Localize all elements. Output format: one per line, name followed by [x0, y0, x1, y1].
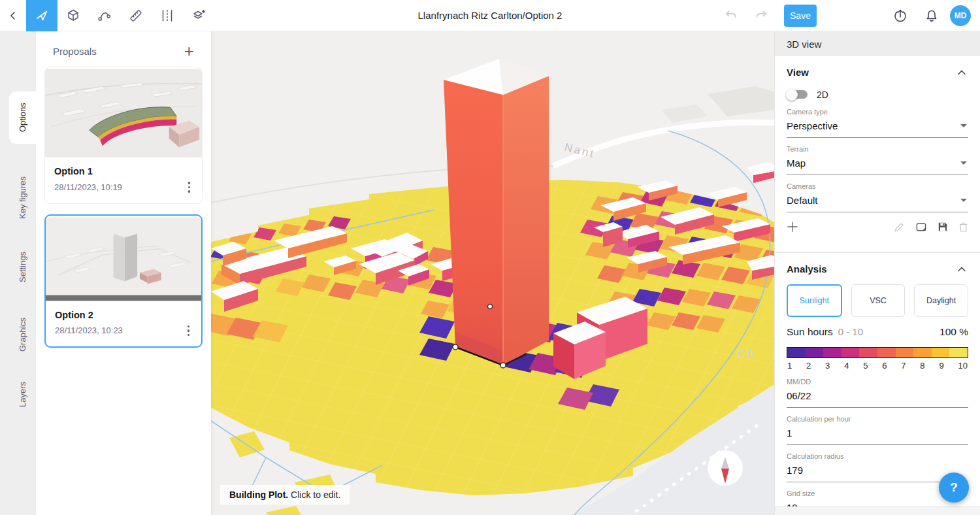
share-icon[interactable]	[885, 0, 916, 31]
top-toolbar: Llanfrynach Ritz Carlton/Option 2 Save M…	[0, 0, 980, 31]
color-scale-bar	[787, 347, 968, 358]
redo-icon[interactable]	[746, 0, 776, 31]
sun-hours-percent: 100 %	[939, 326, 968, 338]
status-bar[interactable]: Building Plot. Click to edit.	[220, 485, 350, 505]
date-field[interactable]	[787, 386, 968, 408]
save-button[interactable]: Save	[784, 5, 817, 27]
chevron-down-icon	[960, 199, 967, 202]
proposal-thumbnail-1	[45, 67, 202, 159]
sidebar-tab-options[interactable]: Options	[9, 91, 36, 144]
compass-icon[interactable]	[708, 450, 743, 486]
duplicate-camera-icon[interactable]	[915, 222, 927, 233]
add-proposal-button[interactable]: +	[182, 44, 197, 58]
cameras-select[interactable]: Default	[787, 190, 968, 212]
2d-toggle-label: 2D	[817, 90, 828, 100]
sidebar-tab-layers[interactable]: Layers	[9, 375, 36, 413]
status-bar-title: Building Plot.	[229, 490, 288, 500]
calc-per-hour-field[interactable]	[787, 423, 968, 445]
calc-radius-label: Calculation radius	[787, 452, 968, 460]
chevron-down-icon	[960, 124, 967, 127]
collapse-view-icon[interactable]	[955, 67, 968, 78]
camera-type-label: Camera type	[787, 108, 968, 116]
delete-camera-icon[interactable]	[958, 222, 968, 233]
terrain-select[interactable]: Map	[787, 153, 968, 175]
color-scale-ticks: 12 34 56 78 910	[787, 361, 968, 371]
spline-tool-icon[interactable]	[89, 0, 120, 31]
view-section: View 2D Camera type Perspective Terrain …	[775, 56, 980, 243]
help-button[interactable]: ?	[939, 473, 969, 503]
app-window: Llanfrynach Ritz Carlton/Option 2 Save M…	[0, 0, 980, 515]
collapse-analysis-icon[interactable]	[955, 264, 968, 274]
save-camera-icon[interactable]	[938, 222, 948, 233]
topbar-right-group: Save MD	[716, 0, 980, 31]
date-field-label: MM/DD	[787, 378, 968, 386]
proposals-panel: Proposals + Opt	[36, 31, 211, 515]
box-tool-icon[interactable]	[57, 0, 89, 31]
section-tool-icon[interactable]	[152, 0, 183, 31]
status-bar-hint: Click to edit.	[288, 490, 340, 500]
analysis-section-title: Analysis	[787, 263, 827, 274]
sun-hours-range: 0 - 10	[838, 326, 863, 337]
add-volume-icon[interactable]	[183, 0, 214, 31]
measure-tool-icon[interactable]	[120, 0, 152, 31]
sidebar-tab-graphics[interactable]: Graphics	[9, 312, 36, 357]
proposal-card-option-2[interactable]: Option 2 28/11/2023, 10:23	[44, 214, 203, 348]
tower-building[interactable]	[444, 59, 549, 365]
analysis-mode-sunlight[interactable]: Sunlight	[787, 284, 842, 317]
select-tool-icon[interactable]	[26, 0, 57, 31]
sidebar-tab-settings[interactable]: Settings	[9, 246, 36, 289]
view-section-title: View	[787, 67, 809, 78]
map-label-2: Ch	[736, 346, 755, 361]
undo-icon[interactable]	[716, 0, 746, 31]
avatar[interactable]: MD	[950, 5, 971, 26]
panel-title: 3D view	[775, 31, 980, 56]
proposal-name: Option 2	[46, 303, 201, 322]
sidebar-tab-key-figures[interactable]: Key figures	[9, 167, 36, 227]
analysis-mode-vsc[interactable]: VSC	[851, 284, 906, 317]
chevron-down-icon	[960, 161, 967, 165]
2d-toggle[interactable]	[788, 90, 808, 99]
camera-type-select[interactable]: Perspective	[787, 116, 968, 138]
panel-footer	[775, 507, 980, 515]
proposal-date: 28/11/2023, 10:23	[55, 325, 123, 335]
proposal-menu-icon[interactable]	[184, 179, 195, 195]
left-tab-strip: Options Key figures Settings Graphics La…	[0, 31, 36, 515]
right-panel: 3D view View 2D Camera type Perspective …	[774, 31, 980, 515]
calc-per-hour-label: Calculation per hour	[787, 415, 968, 423]
proposal-thumbnail-2	[46, 216, 201, 303]
terrain-label: Terrain	[787, 145, 968, 153]
proposals-title: Proposals	[53, 46, 97, 57]
sun-hours-label: Sun hours	[787, 326, 833, 338]
proposal-name: Option 1	[45, 159, 202, 178]
back-icon[interactable]	[0, 0, 26, 31]
3d-scene: Nant Ch	[211, 31, 774, 515]
cameras-label: Cameras	[787, 182, 968, 190]
add-camera-icon[interactable]	[787, 221, 798, 233]
3d-viewport[interactable]: Nant Ch	[211, 31, 774, 515]
proposal-card-option-1[interactable]: Option 1 28/11/2023, 10:19	[44, 67, 203, 204]
edit-camera-icon[interactable]	[894, 222, 905, 233]
proposal-menu-icon[interactable]	[184, 323, 194, 339]
proposal-date: 28/11/2023, 10:19	[54, 182, 122, 192]
analysis-mode-daylight[interactable]: Daylight	[914, 284, 968, 317]
bell-icon[interactable]	[916, 0, 947, 31]
